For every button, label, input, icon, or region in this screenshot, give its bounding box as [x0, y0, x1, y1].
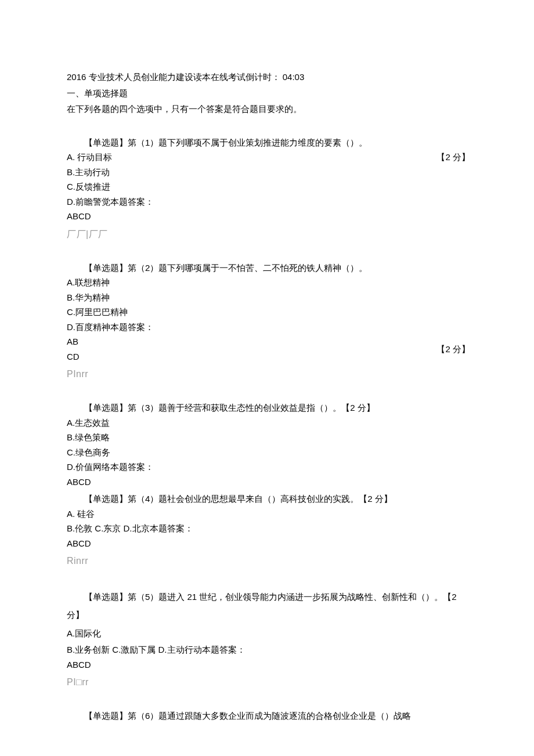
- placeholder-marks: PI□rr: [67, 674, 470, 690]
- placeholder-marks: 厂厂|厂厂: [67, 226, 470, 242]
- option-d-with-answer-label: D.前瞻警觉本题答案：: [67, 194, 470, 209]
- option-d-with-answer-label: D.价值网络本题答案：: [67, 460, 470, 475]
- question-stem: 【单选题】第（3）题善于经营和获取生态性的创业效益是指（）。【2 分】: [67, 400, 470, 415]
- option-a: A. 硅谷: [67, 507, 470, 522]
- exam-title-line: 2016 专业技术人员创业能力建设读本在线考试倒计时： 04:03: [67, 70, 470, 85]
- answer-options-line2: CD: [67, 349, 470, 364]
- option-c: C.反馈推进: [67, 179, 470, 194]
- placeholder-marks: PInrr: [67, 366, 470, 382]
- question-stem: 【单选题】第（1）题下列哪项不属于创业策划推进能力维度的要素（）。: [67, 135, 470, 150]
- answer-options: ABCD: [67, 209, 470, 224]
- options-bcd-with-answer-label: B.伦敦 C.东京 D.北京本题答案：: [67, 521, 470, 536]
- question-stem: 【单选题】第（5）题进入 21 世纪，创业领导能力内涵进一步拓展为战略性、创新性…: [67, 588, 470, 624]
- option-a: A. 行动目标: [67, 150, 470, 165]
- option-c: C.绿色商务: [67, 445, 470, 460]
- question-4: 【单选题】第（4）题社会创业的思想最早来自（）高科技创业的实践。【2 分】 A.…: [67, 491, 470, 569]
- answer-options: ABCD: [67, 475, 470, 490]
- option-a: A.国际化: [67, 624, 470, 643]
- question-stem: 【单选题】第（4）题社会创业的思想最早来自（）高科技创业的实践。【2 分】: [67, 491, 470, 507]
- section-title: 一、单项选择题: [67, 86, 470, 101]
- option-b: B.主动行动: [67, 165, 470, 180]
- section-instruction: 在下列各题的四个选项中，只有一个答案是符合题目要求的。: [67, 102, 470, 117]
- option-b: B.华为精神: [67, 290, 470, 305]
- options-bcd-with-answer-label: B.业务创新 C.激励下属 D.主动行动本题答案：: [67, 642, 470, 657]
- question-2: 【单选题】第（2）题下列哪项属于一不怕苦、二不怕死的铁人精神（）。 A.联想精神…: [67, 261, 470, 382]
- option-d-with-answer-label: D.百度精神本题答案：: [67, 320, 470, 335]
- score-badge: 【2 分】: [436, 150, 470, 165]
- option-a: A.生态效益: [67, 415, 470, 431]
- question-3: 【单选题】第（3）题善于经营和获取生态性的创业效益是指（）。【2 分】 A.生态…: [67, 400, 470, 489]
- score-badge: 【2 分】: [436, 334, 470, 364]
- question-1: 【单选题】第（1）题下列哪项不属于创业策划推进能力维度的要素（）。 【2 分】 …: [67, 135, 470, 242]
- answer-options-line1: AB: [67, 334, 470, 349]
- placeholder-marks: Rinrr: [67, 553, 470, 569]
- option-c: C.阿里巴巴精神: [67, 305, 470, 320]
- option-a: A.联想精神: [67, 275, 470, 290]
- option-b: B.绿色策略: [67, 430, 470, 445]
- question-5: 【单选题】第（5）题进入 21 世纪，创业领导能力内涵进一步拓展为战略性、创新性…: [67, 588, 470, 690]
- question-stem: 【单选题】第（2）题下列哪项属于一不怕苦、二不怕死的铁人精神（）。: [67, 261, 470, 276]
- question-stem: 【单选题】第（6）题通过跟随大多数企业而成为随波逐流的合格创业企业是（）战略: [67, 708, 470, 724]
- question-6: 【单选题】第（6）题通过跟随大多数企业而成为随波逐流的合格创业企业是（）战略: [67, 708, 470, 724]
- answer-options: ABCD: [67, 657, 470, 672]
- exam-header: 2016 专业技术人员创业能力建设读本在线考试倒计时： 04:03 一、单项选择…: [67, 70, 470, 117]
- answer-options: ABCD: [67, 536, 470, 551]
